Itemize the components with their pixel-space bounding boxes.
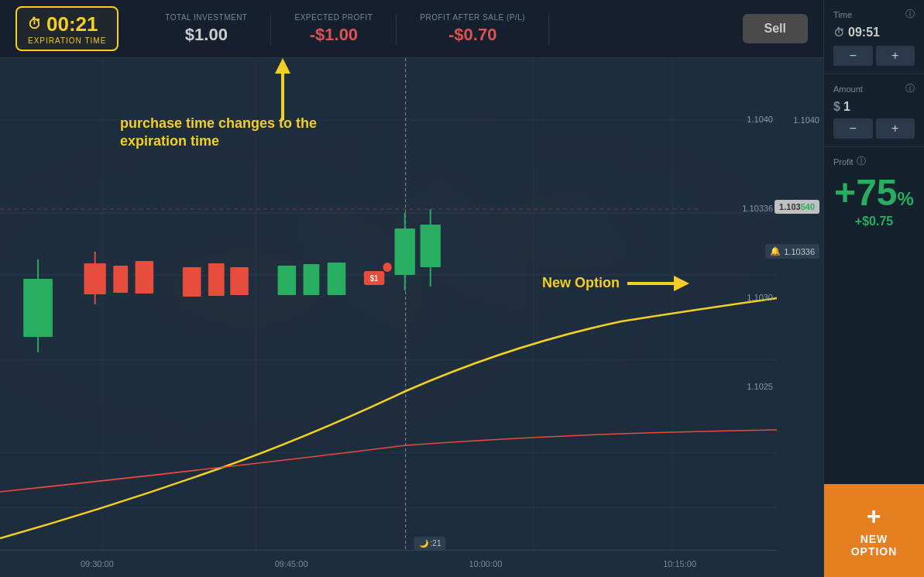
arrow-h-body <box>627 282 674 285</box>
time-display: ⏱ 09:51 <box>833 26 915 39</box>
svg-rect-20 <box>136 261 154 294</box>
new-option-plus-icon: + <box>867 503 882 528</box>
new-option-btn-label: NEWOPTION <box>851 533 898 558</box>
time-bar: 09:30:00 09:45:00 10:00:00 10:15:00 <box>0 550 777 577</box>
amount-section: Amount ⓘ $ 1 − + <box>824 74 924 147</box>
total-investment-block: TOTAL INVESTMENT $1.00 <box>142 13 271 45</box>
sell-button[interactable]: Sell <box>743 14 808 43</box>
sidebar: Time ⓘ ⏱ 09:51 − + Amount ⓘ $ 1 − + Prof… <box>823 0 924 577</box>
time-plus-btn[interactable]: + <box>876 46 915 66</box>
price-label-1040: 1.1040 <box>747 115 773 124</box>
profit-dollar-value: +$0.75 <box>833 215 915 228</box>
current-price-bubble: 1.103540 <box>775 200 819 214</box>
svg-rect-16 <box>84 263 106 294</box>
amount-minus-btn[interactable]: − <box>833 118 873 139</box>
chart-svg: $1 <box>0 58 777 550</box>
svg-text:$1: $1 <box>370 274 379 283</box>
time-section-label: Time ⓘ <box>833 8 915 21</box>
amount-section-label: Amount ⓘ <box>833 82 915 95</box>
time-tick-1: 09:45:00 <box>275 559 308 568</box>
profit-after-sale-label: PROFIT AFTER SALE (P/L) <box>420 13 525 22</box>
expiration-box: ⏱ 00:21 EXPIRATION TIME <box>15 6 119 51</box>
up-arrow-annotation <box>275 58 290 120</box>
annotation-line2: expiration time <box>120 132 317 150</box>
chart-area: ⏱ 00:21 EXPIRATION TIME TOTAL INVESTMENT… <box>0 0 823 577</box>
profit-after-sale-value: -$0.70 <box>448 25 496 45</box>
right-arrow <box>627 276 689 291</box>
new-option-annotation: New Option <box>542 275 689 291</box>
price-1040: 1.1040 <box>793 115 819 125</box>
price-label-1025: 1.1025 <box>747 382 773 391</box>
amount-plus-btn[interactable]: + <box>876 118 915 139</box>
svg-rect-26 <box>328 263 346 295</box>
profit-section-label: Profit ⓘ <box>833 155 915 168</box>
alert-price-bubble: 🔔 1.10336 <box>765 244 819 259</box>
svg-point-27 <box>383 263 391 272</box>
svg-rect-25 <box>304 264 320 295</box>
profit-info-icon[interactable]: ⓘ <box>857 155 866 168</box>
profit-percentage: +75% <box>833 174 915 211</box>
svg-rect-21 <box>183 267 201 297</box>
amount-info-icon[interactable]: ⓘ <box>905 82 915 95</box>
time-btn-row: − + <box>833 46 915 66</box>
arrow-body <box>281 74 284 120</box>
amount-display: $ 1 <box>833 100 915 114</box>
expiration-label: EXPIRATION TIME <box>28 36 106 45</box>
time-info-icon[interactable]: ⓘ <box>905 8 915 21</box>
svg-rect-24 <box>278 266 297 295</box>
svg-rect-19 <box>113 266 128 293</box>
new-option-button[interactable]: + NEWOPTION <box>824 484 924 577</box>
profit-section: Profit ⓘ +75% +$0.75 <box>824 147 924 236</box>
amount-btn-row: − + <box>833 118 915 139</box>
svg-rect-28 <box>395 228 415 275</box>
new-option-label: New Option <box>542 275 620 291</box>
top-bar: ⏱ 00:21 EXPIRATION TIME TOTAL INVESTMENT… <box>0 0 823 58</box>
time-section: Time ⓘ ⏱ 09:51 − + <box>824 0 924 74</box>
sidebar-clock-icon: ⏱ <box>833 26 844 39</box>
time-minus-btn[interactable]: − <box>833 46 873 66</box>
expected-profit-block: EXPECTED PROFIT -$1.00 <box>271 13 397 45</box>
price-label-1030: 1.1030 <box>747 293 773 302</box>
time-tick-2: 10:00:00 <box>469 559 502 568</box>
svg-rect-31 <box>421 225 441 267</box>
svg-rect-13 <box>23 279 53 337</box>
bottom-time-marker: 🌙 :21 <box>414 537 446 550</box>
arrow-h-head <box>674 276 689 291</box>
clock-icon: ⏱ <box>28 16 42 33</box>
time-tick-3: 10:15:00 <box>663 559 696 568</box>
expiration-time: ⏱ 00:21 <box>28 12 106 36</box>
bell-icon: 🔔 <box>770 246 781 256</box>
svg-rect-23 <box>230 267 249 295</box>
profit-after-sale-block: PROFIT AFTER SALE (P/L) -$0.70 <box>397 13 549 45</box>
price-label-10336: 1.10336 <box>742 204 773 213</box>
time-tick-0: 09:30:00 <box>81 559 114 568</box>
total-investment-label: TOTAL INVESTMENT <box>165 13 247 22</box>
expected-profit-label: EXPECTED PROFIT <box>294 13 373 22</box>
moon-icon: 🌙 <box>419 539 428 548</box>
expected-profit-value: -$1.00 <box>310 25 358 45</box>
main-annotation: purchase time changes to the expiration … <box>120 115 317 151</box>
total-investment-value: $1.00 <box>185 25 228 45</box>
annotation-line1: purchase time changes to the <box>120 115 317 132</box>
arrow-head <box>275 58 290 74</box>
svg-rect-22 <box>208 263 225 296</box>
